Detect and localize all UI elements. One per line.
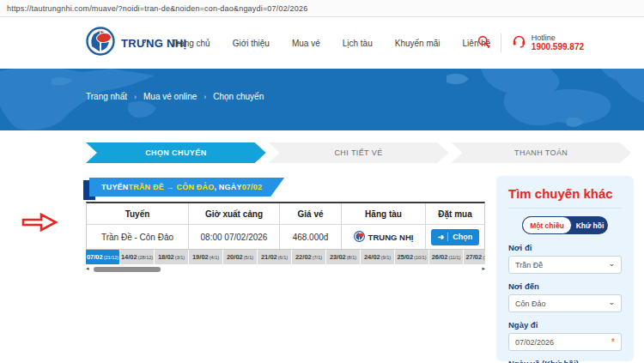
main-nav: Trang chủ Giới thiệu Mua vé Lịch tàu Khu… — [172, 17, 490, 69]
select-trip-label: Chọn — [453, 233, 472, 241]
from-select[interactable]: Trần Đề ⌄ — [508, 256, 622, 274]
step-thanh-toan[interactable]: THANH TOÁN — [451, 142, 631, 163]
red-annotation-arrow-icon — [21, 211, 58, 237]
step-chon-chuyen[interactable]: CHỌN CHUYẾN — [86, 142, 266, 163]
date-tabs: 07/02(21/12) 14/02(28/12) 18/02(3/1) 19/… — [86, 250, 485, 264]
headset-icon — [512, 34, 526, 52]
sidebar-title: Tìm chuyến khác — [508, 186, 622, 201]
nav-item-gioi-thieu[interactable]: Giới thiệu — [233, 39, 270, 48]
breadcrumb-separator-icon: › — [134, 93, 137, 101]
trip-type-toggle: Một chiều Khứ hồi — [522, 216, 608, 234]
col-header-tuyen: Tuyến — [87, 203, 189, 224]
route-banner: TUYẾN TRẦN ĐỀ → CÔN ĐẢO , NGÀY 07/02 — [89, 178, 284, 197]
nav-item-khuyen-mai[interactable]: Khuyến mãi — [395, 39, 440, 48]
checkout-steps: CHỌN CHUYẾN CHI TIẾT VÉ THANH TOÁN — [86, 142, 631, 163]
hotline[interactable]: Hotline 1900.599.872 — [512, 33, 584, 52]
col-header-gia-ve: Giá vé — [280, 203, 342, 224]
trip-time: 08:00 07/02/2026 — [189, 224, 280, 249]
to-value: Côn Đảo — [515, 299, 608, 308]
scroll-right-icon[interactable]: ▸ — [482, 265, 485, 272]
chevron-down-icon: ⌄ — [608, 259, 615, 268]
search-sidebar: Tìm chuyến khác Một chiều Khứ hồi Nơi đi… — [496, 176, 634, 361]
chevron-down-icon: ⌄ — [608, 298, 615, 306]
date-tab[interactable]: 25/02(10/1) — [395, 250, 428, 264]
arrow-right-icon: ➜ — [438, 233, 449, 241]
date-tab[interactable]: 14/02(28/12) — [120, 250, 154, 264]
trip-operator: TRUNG NHỊ — [342, 224, 426, 249]
site-header: TRƯNG NHỊ Trang chủ Giới thiệu Mua vé Lị… — [0, 17, 644, 69]
col-header-gio-xuat-cang: Giờ xuất cảng — [189, 203, 280, 224]
page: https://tautrungnhi.com/muave/?noidi=tra… — [0, 0, 644, 363]
toggle-one-way[interactable]: Một chiều — [522, 216, 572, 234]
breadcrumb-separator-icon: › — [204, 93, 206, 101]
date-tab[interactable]: 27/02(12/1) — [464, 250, 485, 264]
date-tab[interactable]: 21/02(6/1) — [258, 250, 291, 264]
to-select[interactable]: Côn Đảo ⌄ — [508, 294, 622, 312]
date-tab[interactable]: 26/02(11/1) — [429, 250, 463, 264]
trips-table-header: Tuyến Giờ xuất cảng Giá vé Hãng tàu Đặt … — [87, 203, 484, 224]
col-header-dat-mua: Đặt mua — [426, 203, 484, 224]
date-tab[interactable]: 23/02(8/1) — [326, 250, 360, 264]
sidebar-divider — [508, 208, 622, 209]
step-chi-tiet-ve[interactable]: CHI TIẾT VÉ — [269, 142, 449, 163]
date-tab[interactable]: 19/02(4/1) — [189, 250, 222, 264]
table-row: Trần Đề - Côn Đảo 08:00 07/02/2026 468.0… — [87, 224, 484, 249]
date-tab[interactable]: 24/02(9/1) — [361, 250, 394, 264]
scroll-left-icon[interactable]: ◂ — [86, 265, 89, 272]
nav-item-mua-ve[interactable]: Mua vé — [292, 39, 320, 48]
header-divider — [501, 33, 501, 52]
nav-item-lich-tau[interactable]: Lịch tàu — [343, 39, 373, 48]
date-tab[interactable]: 20/02(5/1) — [223, 250, 257, 264]
trips-table: Tuyến Giờ xuất cảng Giá vé Hãng tàu Đặt … — [86, 202, 485, 250]
breadcrumb: Trang nhất › Mua vé online › Chọn chuyến — [86, 92, 264, 101]
date-tabs-scrollbar[interactable]: ◂ ▸ — [86, 266, 485, 273]
nav-item-trang-chu[interactable]: Trang chủ — [172, 39, 210, 48]
operator-name: TRUNG NHỊ — [368, 233, 414, 242]
route-banner-prefix: TUYẾN — [101, 183, 129, 191]
depart-date-label: Ngày đi — [508, 320, 622, 330]
col-header-hang-tau: Hãng tàu — [342, 203, 426, 224]
return-date-label: Ngày về (Khứ hồi) — [508, 359, 622, 363]
company-logo-icon — [86, 27, 115, 59]
operator-logo-icon — [354, 231, 365, 244]
date-tab[interactable]: 22/02(7/1) — [292, 250, 325, 264]
depart-date-field[interactable]: * — [508, 333, 622, 351]
toggle-round-trip[interactable]: Khứ hồi — [572, 216, 608, 234]
to-label: Nơi đến — [508, 281, 622, 291]
date-tab[interactable]: 18/02(3/1) — [155, 250, 188, 264]
route-banner-route: TRẦN ĐỀ → CÔN ĐẢO — [129, 183, 215, 191]
scrollbar-thumb[interactable] — [94, 267, 161, 272]
header-right: Hotline 1900.599.872 — [477, 17, 584, 69]
required-asterisk: * — [611, 337, 615, 347]
hero-band: Trang nhất › Mua vé online › Chọn chuyến — [0, 69, 644, 130]
breadcrumb-mua-ve-online[interactable]: Mua vé online — [143, 92, 197, 101]
browser-address-bar[interactable]: https://tautrungnhi.com/muave/?noidi=tra… — [0, 0, 644, 17]
trip-price: 468.000đ — [280, 224, 342, 249]
route-banner-date: 07/02 — [242, 183, 263, 191]
hotline-label: Hotline — [532, 33, 584, 42]
trip-route: Trần Đề - Côn Đảo — [87, 224, 189, 249]
trip-action-cell: ➜ Chọn — [426, 224, 484, 249]
depart-date-input[interactable] — [515, 338, 611, 347]
from-label: Nơi đi — [508, 243, 622, 252]
search-icon[interactable] — [477, 35, 490, 51]
route-banner-middle: , NGÀY — [214, 183, 241, 191]
breadcrumb-current: Chọn chuyến — [213, 92, 264, 101]
hotline-number: 1900.599.872 — [532, 42, 584, 52]
from-value: Trần Đề — [515, 261, 608, 269]
breadcrumb-home[interactable]: Trang nhất — [86, 92, 127, 101]
select-trip-button[interactable]: ➜ Chọn — [431, 229, 479, 245]
page-url: https://tautrungnhi.com/muave/?noidi=tra… — [7, 4, 307, 13]
date-tab[interactable]: 07/02(21/12) — [86, 250, 119, 264]
